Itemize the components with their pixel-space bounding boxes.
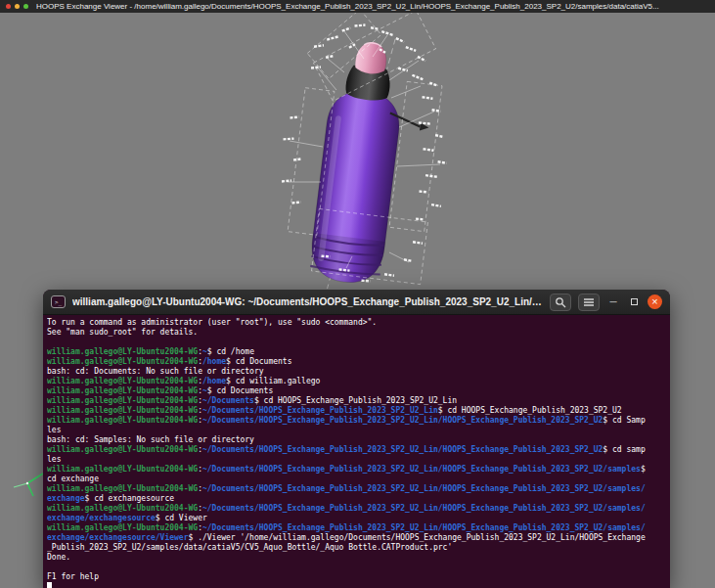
terminal-row: william.gallego@LY-Ubuntu2004-WG:~/Docum… [47, 504, 666, 514]
terminal-menu-button[interactable] [578, 294, 600, 311]
bottle-cap [354, 40, 388, 75]
terminal-row: william.gallego@LY-Ubuntu2004-WG:~/Docum… [47, 396, 666, 406]
terminal-row: bash: cd: Documents: No such file or dir… [47, 367, 666, 377]
terminal-output[interactable]: To run a command as administrator (user … [43, 315, 670, 588]
terminal-row: _Publish_2023_SP2_U2/samples/data/catiaV… [47, 543, 666, 553]
terminal-row: william.gallego@LY-Ubuntu2004-WG:~/Docum… [47, 484, 666, 494]
terminal-row: william.gallego@LY-Ubuntu2004-WG:~$ cd /… [47, 347, 666, 357]
terminal-row: william.gallego@LY-Ubuntu2004-WG:/home$ … [47, 377, 666, 386]
terminal-row: exchange$ cd exchangesource [47, 494, 666, 504]
viewer-maximize-button[interactable] [23, 4, 28, 9]
viewer-minimize-button[interactable] [15, 4, 20, 9]
desktop: HOOPS Exchange Viewer - /home/william.ga… [0, 0, 715, 588]
search-icon [554, 295, 567, 309]
terminal-row [47, 338, 666, 347]
terminal-minimize-button[interactable]: ─ [606, 294, 620, 311]
viewer-window-title: HOOPS Exchange Viewer - /home/william.ga… [36, 2, 659, 11]
terminal-row: F1 for help [47, 572, 666, 582]
terminal-row [47, 563, 666, 572]
terminal-cursor [47, 582, 52, 588]
terminal-row: william.gallego@LY-Ubuntu2004-WG:~/Docum… [47, 445, 666, 455]
terminal-row: william.gallego@LY-Ubuntu2004-WG:~$ cd D… [47, 386, 666, 396]
terminal-row: exchange/exchangesource/Viewer$ ./Viewer… [47, 533, 666, 543]
terminal-row: See "man sudo_root" for details. [47, 328, 666, 338]
terminal-title: william.gallego@LY-Ubuntu2004-WG: ~/Docu… [72, 296, 543, 307]
terminal-row: bash: cd: Samples: No such file or direc… [47, 435, 666, 445]
terminal-row: les [47, 455, 666, 465]
hamburger-icon [583, 297, 595, 307]
terminal-row: To run a command as administrator (user … [47, 318, 666, 328]
terminal-row: exchange/exchangesource$ cd Viewer [47, 514, 666, 523]
bottle-model [0, 13, 715, 306]
terminal-row: les [47, 426, 666, 435]
terminal-row: william.gallego@LY-Ubuntu2004-WG:/home$ … [47, 357, 666, 367]
terminal-maximize-button[interactable] [627, 294, 641, 311]
terminal-row: william.gallego@LY-Ubuntu2004-WG:~/Docum… [47, 465, 666, 475]
terminal-row: Done. [47, 553, 666, 563]
terminal-row: william.gallego@LY-Ubuntu2004-WG:~/Docum… [47, 406, 666, 416]
terminal-search-button[interactable] [550, 294, 571, 311]
terminal-close-button[interactable]: × [648, 294, 662, 309]
maximize-icon [631, 298, 638, 305]
terminal-row: cd exchange [47, 475, 666, 484]
terminal-row: william.gallego@LY-Ubuntu2004-WG:~/Docum… [47, 523, 666, 533]
viewer-close-button[interactable] [6, 4, 11, 9]
terminal-row: william.gallego@LY-Ubuntu2004-WG:~/Docum… [47, 416, 666, 426]
terminal-row [47, 582, 666, 588]
terminal-window: >_ william.gallego@LY-Ubuntu2004-WG: ~/D… [43, 290, 670, 588]
terminal-app-icon: >_ [51, 295, 66, 308]
terminal-titlebar[interactable]: >_ william.gallego@LY-Ubuntu2004-WG: ~/D… [43, 290, 670, 315]
viewer-titlebar: HOOPS Exchange Viewer - /home/william.ga… [0, 0, 715, 13]
